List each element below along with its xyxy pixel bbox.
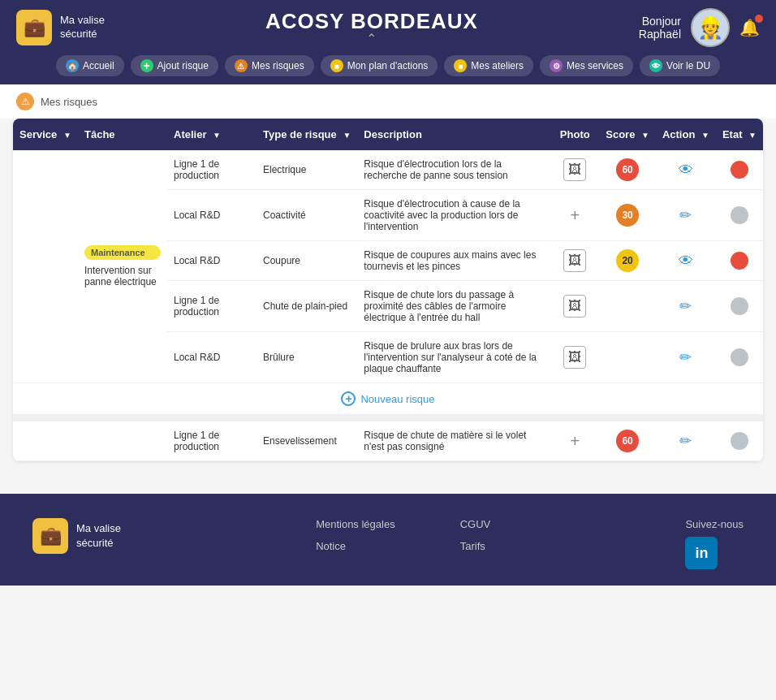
photo-icon[interactable]: 🖼 [563,249,586,272]
nav-mes-services[interactable]: ⚙ Mes services [540,55,633,76]
footer-col-1: Mentions légales Notice [316,518,395,552]
action-cell[interactable]: ✏ [656,421,716,461]
action-cell[interactable]: 👁 [656,241,716,281]
photo-cell[interactable]: + [550,421,599,461]
photo-cell[interactable]: 🖼 [550,332,599,383]
new-risk-button[interactable]: + Nouveau risque [341,391,434,406]
score-badge: 60 [616,430,639,452]
typerisque-cell: Chute de plain-pied [257,281,357,332]
action-pencil-icon[interactable]: ✏ [662,432,709,450]
col-header-description: Description [357,119,550,150]
action-eye-icon[interactable]: 👁 [662,162,709,179]
action-cell[interactable]: ✏ [656,190,716,241]
action-cell[interactable]: 👁 [656,150,716,190]
nav-accueil-icon: 🏠 [66,59,79,72]
action-pencil-icon[interactable]: ✏ [662,297,709,315]
breadcrumb: ⚠ Mes risques [0,84,776,119]
footer-link-cguv[interactable]: CGUV [460,518,491,530]
service-badge: Maintenance [84,245,161,260]
user-area: Bonjour Raphaël 👷 🔔 [639,8,760,47]
photo-cell[interactable]: 🖼 [550,281,599,332]
footer-col-2: CGUV Tarifs [460,518,491,552]
nav-voir-du[interactable]: 👁 Voir le DU [640,55,720,76]
user-greeting: Bonjour Raphaël [639,15,681,41]
group-separator [13,415,763,421]
photo-icon[interactable]: 🖼 [563,346,586,369]
status-dot [731,432,748,450]
col-header-photo: Photo [550,119,599,150]
new-risk-row[interactable]: + Nouveau risque [13,383,763,415]
linkedin-button[interactable]: in [685,537,718,569]
social-label: Suivez-nous [685,518,744,530]
typerisque-cell: Coactivité [257,190,357,241]
risks-table-container: Service ▼ Tâche Atelier ▼ Type de risque… [13,119,763,461]
add-photo-icon[interactable]: + [557,432,593,451]
risks-table: Service ▼ Tâche Atelier ▼ Type de risque… [13,119,763,461]
nav-ajout-risque[interactable]: + Ajout risque [131,55,218,76]
description-cell: Risque de coupures aux mains avec les to… [357,241,550,281]
logo-text: Ma valise sécurité [60,14,105,41]
score-cell [599,281,656,332]
nav-mes-ateliers[interactable]: ■ Mes ateliers [444,55,533,76]
col-header-atelier[interactable]: Atelier ▼ [167,119,257,150]
tache-label: Intervention sur panne électrique [84,265,161,287]
service-cell [13,421,78,461]
col-header-typerisque[interactable]: Type de risque ▼ [257,119,357,150]
sort-arrow-action: ▼ [701,131,709,140]
col-header-etat[interactable]: Etat ▼ [716,119,763,150]
status-dot [731,206,748,224]
score-cell: 20 [599,241,656,281]
action-pencil-icon[interactable]: ✏ [662,348,709,366]
notification-bell[interactable]: 🔔 [739,18,760,37]
photo-cell[interactable]: + [550,190,599,241]
atelier-cell: Ligne 1 de production [167,150,257,190]
atelier-cell: Local R&D [167,190,257,241]
typerisque-cell: Electrique [257,150,357,190]
footer-link-tarifs[interactable]: Tarifs [460,540,491,552]
sort-arrow-typerisque: ▼ [343,131,351,140]
sort-arrow-score: ▼ [641,131,649,140]
atelier-cell: Local R&D [167,332,257,383]
typerisque-cell: Ensevelissement [257,421,357,461]
photo-cell[interactable]: 🖼 [550,241,599,281]
col-header-service[interactable]: Service ▼ [13,119,78,150]
etat-cell [716,241,763,281]
breadcrumb-label: Mes risques [41,96,97,108]
avatar[interactable]: 👷 [691,8,730,47]
status-dot [731,297,748,315]
action-eye-icon[interactable]: 👁 [662,253,709,270]
action-cell[interactable]: ✏ [656,332,716,383]
atelier-cell: Local R&D [167,241,257,281]
sort-arrow-atelier: ▼ [213,131,221,140]
score-badge: 30 [616,204,639,227]
action-cell[interactable]: ✏ [656,281,716,332]
nav-mes-risques-icon: ⚠ [235,59,248,72]
etat-cell [716,150,763,190]
nav-accueil[interactable]: 🏠 Accueil [56,55,124,76]
score-badge: 20 [616,249,639,272]
footer-logo: 💼 Ma valise sécurité [32,518,121,554]
footer-social: Suivez-nous in [685,518,744,569]
nav-mes-risques[interactable]: ⚠ Mes risques [225,55,314,76]
logo-area: 💼 Ma valise sécurité [16,10,105,45]
action-pencil-icon[interactable]: ✏ [662,206,709,224]
description-cell: Risque d'électrocution à cause de la coa… [357,190,550,241]
footer-link-mentions[interactable]: Mentions légales [316,518,395,530]
nav-mes-services-icon: ⚙ [550,59,563,72]
sort-arrow-etat: ▼ [748,131,757,140]
footer-links: Mentions légales Notice CGUV Tarifs [316,518,490,552]
photo-cell[interactable]: 🖼 [550,150,599,190]
score-cell: 60 [599,421,656,461]
col-header-score[interactable]: Score ▼ [599,119,656,150]
footer-link-notice[interactable]: Notice [316,540,395,552]
photo-icon[interactable]: 🖼 [563,295,586,318]
etat-cell [716,421,763,461]
photo-icon[interactable]: 🖼 [563,158,586,181]
col-header-action[interactable]: Action ▼ [656,119,716,150]
nav-mon-plan[interactable]: ■ Mon plan d'actions [321,55,438,76]
plus-circle-icon: + [341,391,356,406]
etat-cell [716,281,763,332]
typerisque-cell: Brûlure [257,332,357,383]
footer-logo-icon: 💼 [32,518,68,554]
add-photo-icon[interactable]: + [557,206,593,225]
